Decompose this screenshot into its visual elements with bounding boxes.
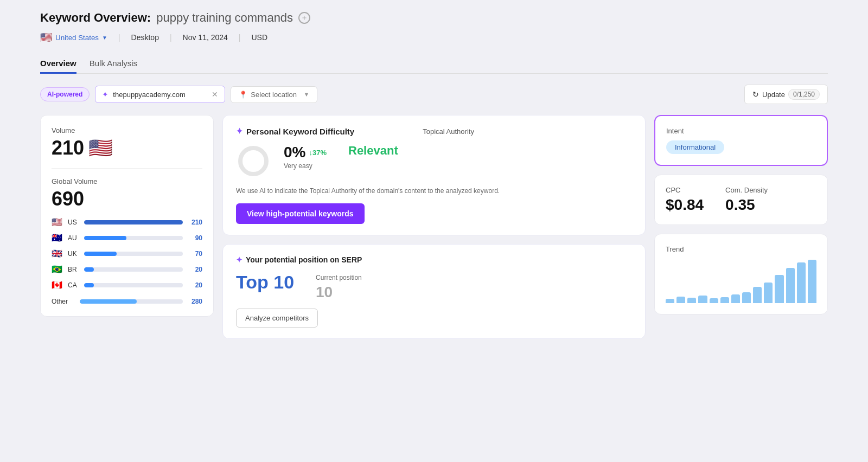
pkd-header: ✦ Personal Keyword Difficulty Topical Au…: [236, 126, 632, 136]
tab-bulk-analysis[interactable]: Bulk Analysis: [90, 54, 137, 74]
cpc-card: CPC $0.84 Com. Density 0.35: [654, 175, 828, 225]
topical-title: Topical Authority: [423, 127, 474, 136]
cpc-item: CPC $0.84: [666, 186, 704, 214]
device-label: Desktop: [131, 33, 159, 42]
us-flag-icon: 🇺🇸: [40, 31, 52, 43]
serp-title: Your potential position on SERP: [246, 255, 362, 264]
refresh-icon: ↻: [752, 90, 759, 99]
analyze-competitors-button[interactable]: Analyze competitors: [236, 309, 318, 328]
page-title-keyword: puppy training commands: [156, 11, 293, 25]
volume-label: Volume: [52, 126, 202, 134]
meta-divider-1: |: [118, 33, 120, 42]
us-flag-icon: 🇺🇸: [52, 217, 63, 227]
trend-bar: [687, 298, 696, 303]
trend-bar: [710, 298, 718, 303]
intent-badge: Informational: [666, 140, 724, 154]
topical-section: Relevant: [348, 144, 398, 158]
right-column: Intent Informational CPC $0.84 Com. Dens…: [654, 115, 828, 315]
location-label: United States: [55, 34, 99, 42]
currency-label: USD: [252, 33, 268, 42]
trend-bar: [720, 297, 729, 303]
ca-value: 20: [187, 281, 202, 289]
au-bar-bg: [84, 236, 183, 240]
pkd-section: 0% ↓37% Very easy: [236, 144, 327, 178]
pkd-percent: 0% ↓37%: [284, 144, 327, 161]
ca-flag-icon: 🇨🇦: [52, 280, 63, 290]
us-bar-bg: [84, 220, 183, 224]
other-bar-bg: [80, 299, 183, 304]
density-label: Com. Density: [725, 186, 768, 194]
topical-value: Relevant: [348, 144, 398, 158]
location-button[interactable]: 🇺🇸 United States ▼: [40, 31, 107, 43]
select-location-button[interactable]: 📍 Select location ▼: [231, 86, 317, 103]
br-flag-icon: 🇧🇷: [52, 264, 63, 274]
update-count-badge: 0/1,250: [788, 89, 820, 100]
trend-bar: [742, 292, 751, 303]
au-value: 90: [187, 234, 202, 242]
density-item: Com. Density 0.35: [725, 186, 768, 214]
country-row-br: 🇧🇷 BR 20: [52, 264, 202, 274]
view-keywords-button[interactable]: View high-potential keywords: [236, 203, 365, 224]
volume-value: 210 🇺🇸: [52, 137, 202, 159]
ai-note: We use AI to indicate the Topical Author…: [236, 186, 518, 196]
pkd-difficulty-label: Very easy: [284, 162, 327, 170]
us-code: US: [68, 219, 80, 226]
mid-column: ✦ Personal Keyword Difficulty Topical Au…: [222, 115, 646, 339]
uk-bar-fill: [84, 252, 117, 256]
update-button[interactable]: ↻ Update 0/1,250: [744, 85, 828, 104]
volume-card: Volume 210 🇺🇸 Global Volume 690 🇺🇸 US 21…: [40, 115, 214, 317]
other-value: 280: [187, 298, 202, 305]
location-select-chevron-icon: ▼: [303, 91, 309, 98]
location-chevron-icon: ▼: [102, 35, 107, 41]
intent-label: Intent: [666, 127, 816, 135]
global-volume-value: 690: [52, 188, 202, 210]
other-label: Other: [52, 298, 75, 305]
country-row-au: 🇦🇺 AU 90: [52, 233, 202, 243]
uk-value: 70: [187, 250, 202, 258]
svg-point-0: [240, 148, 266, 174]
ca-bar-bg: [84, 283, 183, 287]
toolbar: AI-powered ✦ ✕ 📍 Select location ▼ ↻ Upd…: [40, 85, 828, 104]
clear-domain-button[interactable]: ✕: [212, 90, 218, 99]
country-row-ca: 🇨🇦 CA 20: [52, 280, 202, 290]
domain-input[interactable]: [113, 91, 207, 99]
trend-bar: [698, 296, 707, 303]
pkd-ta-row: 0% ↓37% Very easy Relevant: [236, 144, 632, 186]
trend-bar: [808, 260, 816, 303]
page-title-bold: Keyword Overview:: [40, 11, 151, 25]
trend-bar: [786, 268, 795, 303]
tab-overview[interactable]: Overview: [40, 54, 76, 74]
domain-input-wrapper[interactable]: ✦ ✕: [95, 86, 225, 103]
donut-chart: [236, 144, 271, 178]
country-row-us: 🇺🇸 US 210: [52, 217, 202, 227]
trend-bar: [731, 294, 740, 303]
au-bar-fill: [84, 236, 126, 240]
serp-sparkle-icon: ✦: [236, 255, 242, 264]
add-keyword-icon[interactable]: ＋: [298, 12, 310, 24]
pkd-card: ✦ Personal Keyword Difficulty Topical Au…: [222, 115, 646, 235]
pkd-title: Personal Keyword Difficulty: [246, 127, 354, 136]
meta-divider-3: |: [239, 33, 241, 42]
au-code: AU: [68, 234, 80, 242]
pkd-sparkle-icon: ✦: [236, 126, 243, 136]
br-code: BR: [68, 266, 80, 273]
us-bar-fill: [84, 220, 183, 224]
br-bar-fill: [84, 267, 94, 272]
ca-bar-fill: [84, 283, 94, 287]
uk-bar-bg: [84, 252, 183, 256]
country-row-uk: 🇬🇧 UK 70: [52, 248, 202, 259]
select-location-label: Select location: [251, 91, 297, 99]
cpc-value: $0.84: [666, 196, 704, 214]
ca-code: CA: [68, 281, 80, 289]
br-value: 20: [187, 266, 202, 273]
trend-bar: [797, 262, 806, 303]
trend-card: Trend: [654, 234, 828, 315]
other-row: Other 280: [52, 298, 202, 305]
sparkle-icon: ✦: [102, 90, 108, 99]
trend-bar: [676, 297, 685, 303]
date-label: Nov 11, 2024: [183, 33, 228, 42]
trend-bar: [666, 299, 674, 303]
serp-header: ✦ Your potential position on SERP: [236, 255, 632, 264]
ai-powered-badge: AI-powered: [40, 87, 90, 101]
trend-label: Trend: [666, 245, 816, 253]
